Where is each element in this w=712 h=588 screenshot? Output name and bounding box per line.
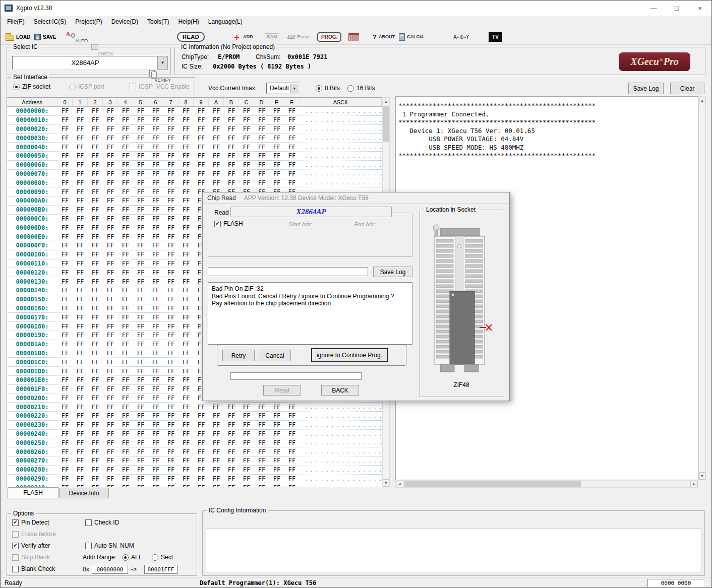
hex-byte-cell[interactable]: FF xyxy=(57,385,73,393)
hex-byte-cell[interactable]: FF xyxy=(163,385,179,393)
hex-byte-cell[interactable]: FF xyxy=(194,179,209,186)
hex-byte-cell[interactable]: FF xyxy=(57,242,73,249)
pin-detect-checkbox[interactable]: Pin Detect xyxy=(12,519,49,526)
hex-byte-cell[interactable]: FF xyxy=(284,466,300,473)
hex-byte-cell[interactable]: FF xyxy=(224,404,239,411)
hex-byte-cell[interactable]: FF xyxy=(118,359,133,366)
hex-byte-cell[interactable]: FF xyxy=(148,421,163,428)
hex-byte-cell[interactable]: FF xyxy=(57,457,73,464)
hex-byte-cell[interactable]: FF xyxy=(57,314,73,321)
hex-byte-cell[interactable]: FF xyxy=(73,350,88,357)
hex-byte-cell[interactable]: FF xyxy=(103,179,118,186)
hex-byte-cell[interactable]: FF xyxy=(148,404,163,411)
hex-byte-cell[interactable]: FF xyxy=(73,206,88,213)
hex-byte-cell[interactable]: FF xyxy=(73,215,88,222)
hex-byte-cell[interactable]: FF xyxy=(209,484,224,487)
prog-button[interactable]: PROG. xyxy=(317,30,341,43)
log-scroll-left-icon[interactable]: ◄ xyxy=(396,481,403,487)
hex-byte-cell[interactable]: FF xyxy=(88,269,103,276)
hex-byte-cell[interactable]: FF xyxy=(73,260,88,267)
hex-byte-cell[interactable]: FF xyxy=(148,269,163,276)
hex-byte-cell[interactable]: FF xyxy=(88,350,103,357)
menu-item-project[interactable]: Project(P) xyxy=(71,17,106,27)
minimize-button[interactable]: — xyxy=(642,1,665,16)
hex-byte-cell[interactable]: FF xyxy=(118,269,133,276)
hex-byte-cell[interactable]: FF xyxy=(148,395,163,402)
hex-byte-cell[interactable]: FF xyxy=(239,439,254,446)
hex-byte-cell[interactable]: FF xyxy=(73,323,88,330)
hex-byte-cell[interactable]: FF xyxy=(133,359,148,366)
hex-byte-cell[interactable]: FF xyxy=(163,296,179,303)
hex-byte-cell[interactable]: FF xyxy=(118,296,133,303)
hex-byte-cell[interactable]: FF xyxy=(118,135,133,142)
hex-byte-cell[interactable]: FF xyxy=(103,107,118,114)
hex-byte-cell[interactable]: FF xyxy=(103,404,118,411)
hex-byte-cell[interactable]: FF xyxy=(194,439,209,446)
hex-byte-cell[interactable]: FF xyxy=(57,448,73,455)
hex-byte-cell[interactable]: FF xyxy=(73,135,88,142)
hex-byte-cell[interactable]: FF xyxy=(284,412,300,419)
hex-byte-cell[interactable]: FF xyxy=(284,107,300,114)
hex-byte-cell[interactable]: FF xyxy=(163,376,179,383)
hex-byte-cell[interactable]: FF xyxy=(163,404,179,411)
hex-byte-cell[interactable]: FF xyxy=(103,439,118,446)
hex-byte-cell[interactable]: FF xyxy=(133,332,148,339)
hex-byte-cell[interactable]: FF xyxy=(269,135,284,142)
hex-byte-cell[interactable]: FF xyxy=(224,430,239,437)
hex-byte-cell[interactable]: FF xyxy=(73,287,88,294)
hex-byte-cell[interactable]: FF xyxy=(57,278,73,285)
hex-byte-cell[interactable]: FF xyxy=(194,116,209,123)
menu-item-device[interactable]: Device(D) xyxy=(107,17,143,27)
hex-byte-cell[interactable]: FF xyxy=(148,457,163,464)
hex-byte-cell[interactable]: FF xyxy=(88,215,103,222)
hex-byte-cell[interactable]: FF xyxy=(133,161,148,168)
hex-byte-cell[interactable]: FF xyxy=(133,430,148,437)
hex-byte-cell[interactable]: FF xyxy=(133,395,148,402)
hex-byte-cell[interactable]: FF xyxy=(88,332,103,339)
hex-byte-cell[interactable]: FF xyxy=(133,215,148,222)
hex-byte-cell[interactable]: FF xyxy=(284,152,300,159)
hex-byte-cell[interactable]: FF xyxy=(148,125,163,133)
hex-byte-cell[interactable]: FF xyxy=(103,152,118,159)
hex-byte-cell[interactable]: FF xyxy=(133,412,148,419)
hex-byte-cell[interactable]: FF xyxy=(179,296,194,303)
hex-byte-cell[interactable]: FF xyxy=(148,341,163,348)
hex-byte-cell[interactable]: FF xyxy=(148,385,163,393)
hex-byte-cell[interactable]: FF xyxy=(73,385,88,393)
hex-byte-cell[interactable]: FF xyxy=(118,484,133,487)
hex-byte-cell[interactable]: FF xyxy=(118,332,133,339)
calculator-button[interactable]: CALCU. xyxy=(399,30,424,43)
hex-byte-cell[interactable]: FF xyxy=(118,170,133,177)
hex-byte-cell[interactable]: FF xyxy=(73,170,88,177)
hex-byte-cell[interactable]: FF xyxy=(148,323,163,330)
hex-byte-cell[interactable]: FF xyxy=(88,341,103,348)
hex-byte-cell[interactable]: FF xyxy=(88,376,103,383)
hex-byte-cell[interactable]: FF xyxy=(57,412,73,419)
hex-byte-cell[interactable]: FF xyxy=(163,448,179,455)
hex-byte-cell[interactable]: FF xyxy=(179,350,194,357)
hex-byte-cell[interactable]: FF xyxy=(254,421,269,428)
hex-byte-cell[interactable]: FF xyxy=(269,179,284,186)
hex-byte-cell[interactable]: FF xyxy=(179,206,194,213)
hex-byte-cell[interactable]: FF xyxy=(57,395,73,402)
ic-combobox-dropdown-icon[interactable]: ▼ xyxy=(157,56,168,70)
hex-byte-cell[interactable]: FF xyxy=(88,242,103,249)
hex-byte-cell[interactable]: FF xyxy=(269,152,284,159)
hex-byte-cell[interactable]: FF xyxy=(254,466,269,473)
hex-byte-cell[interactable]: FF xyxy=(133,206,148,213)
hex-byte-cell[interactable]: FF xyxy=(88,359,103,366)
erase-button[interactable]: Erase xyxy=(288,30,310,43)
hex-byte-cell[interactable]: FF xyxy=(118,395,133,402)
auto-button[interactable]: AUTO xyxy=(65,30,88,43)
hex-byte-cell[interactable]: FF xyxy=(254,412,269,419)
log-scroll-thumb[interactable] xyxy=(404,481,581,487)
hex-byte-cell[interactable]: FF xyxy=(194,107,209,114)
log-scroll-down-icon[interactable]: ▼ xyxy=(699,472,705,480)
hex-byte-cell[interactable]: FF xyxy=(103,323,118,330)
hex-byte-cell[interactable]: FF xyxy=(57,152,73,159)
hex-byte-cell[interactable]: FF xyxy=(133,278,148,285)
hex-byte-cell[interactable]: FF xyxy=(179,224,194,231)
hex-byte-cell[interactable]: FF xyxy=(73,305,88,312)
hex-byte-cell[interactable]: FF xyxy=(224,457,239,464)
hex-byte-cell[interactable]: FF xyxy=(73,412,88,419)
